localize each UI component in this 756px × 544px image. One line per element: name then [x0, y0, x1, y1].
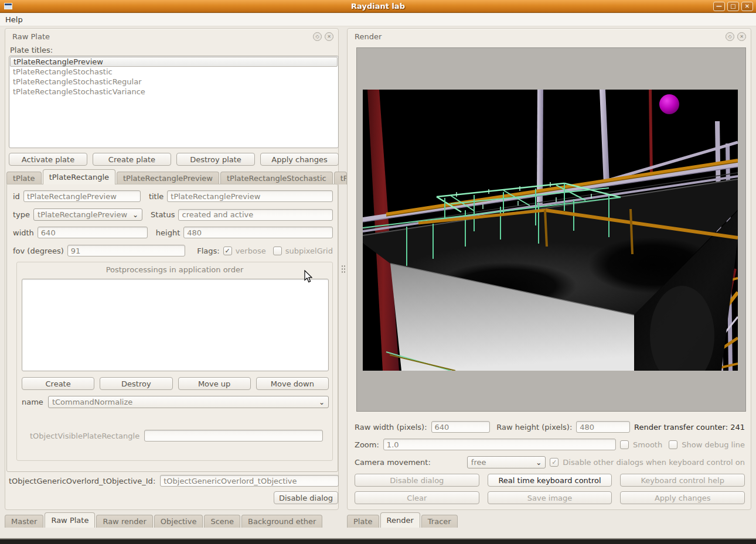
bottom-tab-tracer[interactable]: Tracer — [421, 515, 458, 528]
splitter-grip — [341, 265, 345, 274]
window-title: Raydiant lab — [0, 2, 756, 11]
width-label: width — [13, 228, 34, 237]
status-label: Status — [151, 210, 175, 219]
camera-movement-dropdown[interactable]: free ⌄ — [467, 456, 546, 468]
subpixelgrid-checkbox[interactable] — [273, 247, 282, 255]
show-debug-checkbox[interactable] — [669, 440, 677, 449]
bottom-tab-raw-plate[interactable]: Raw Plate — [45, 512, 95, 528]
type-dropdown[interactable]: tPlateRectanglePreview ⌄ — [33, 208, 142, 221]
chevron-down-icon: ⌄ — [536, 459, 542, 467]
list-item[interactable]: tPlateRectangleStochastic — [10, 67, 338, 77]
bottom-tab-raw-render[interactable]: Raw render — [96, 515, 152, 528]
visible-plate-field[interactable] — [144, 430, 323, 442]
title-label: title — [149, 192, 164, 201]
render-transfer-counter-label: Render transfer counter: 241 — [634, 423, 745, 432]
disable-dialog-button[interactable]: Disable dialog — [355, 474, 479, 487]
activate-plate-button[interactable]: Activate plate — [9, 153, 87, 166]
raw-width-field[interactable]: 640 — [431, 421, 491, 433]
list-item[interactable]: tPlateRectangleStochasticVariance — [10, 87, 338, 97]
apply-changes-button[interactable]: Apply changes — [620, 491, 745, 504]
tab-tplaterectanglestochastic[interactable]: tPlateRectangleStochastic — [220, 172, 333, 184]
zoom-label: Zoom: — [355, 440, 379, 449]
pp-moveup-button[interactable]: Move up — [178, 377, 251, 390]
title-field[interactable]: tPlateRectanglePreview — [167, 190, 333, 202]
tab-tplaterectangle[interactable]: tPlateRectangle — [43, 169, 115, 184]
window-bottom-border — [0, 539, 756, 544]
menu-help[interactable]: Help — [0, 15, 28, 24]
zoom-field[interactable]: 1.0 — [383, 439, 616, 450]
fov-field[interactable]: 91 — [67, 245, 185, 256]
render-viewport[interactable] — [356, 47, 746, 412]
overlord-id-field[interactable]: tObjectGenericOverlord_tObjective — [160, 475, 339, 487]
type-label: type — [13, 210, 30, 219]
bottom-tab-master[interactable]: Master — [5, 515, 43, 528]
list-item[interactable]: tPlateRectangleStochasticRegular — [10, 77, 338, 87]
bottom-tab-render[interactable]: Render — [380, 512, 420, 528]
panel-splitter[interactable] — [339, 28, 346, 510]
raw-width-label: Raw width (pixels): — [355, 423, 427, 432]
clear-button[interactable]: Clear — [355, 491, 479, 504]
subpixelgrid-label: subpixelGrid — [285, 247, 333, 255]
titlebar: Raydiant lab — □ ✕ — [0, 0, 756, 13]
height-field[interactable]: 480 — [183, 227, 333, 238]
pp-name-dropdown-value: tCommandNormalize — [52, 398, 132, 406]
raw-plate-panel-title: Raw Plate — [12, 32, 50, 41]
bottom-tab-plate[interactable]: Plate — [347, 515, 379, 528]
pp-name-dropdown[interactable]: tCommandNormalize ⌄ — [48, 396, 329, 408]
verbose-checkbox[interactable]: ✓ — [223, 247, 232, 255]
counter-value: 241 — [730, 423, 745, 432]
raw-height-field[interactable]: 480 — [576, 421, 630, 433]
fov-label: fov (degrees) — [13, 247, 64, 255]
disable-other-dialogs-checkbox[interactable]: ✓ — [550, 458, 559, 467]
postprocessings-groupbox: Postprocessings in application order Cre… — [16, 262, 333, 461]
disable-other-dialogs-label: Disable other dialogs when keyboard cont… — [563, 458, 745, 467]
status-field[interactable]: created and active — [178, 209, 333, 221]
save-image-button[interactable]: Save image — [488, 491, 612, 504]
bottom-tab-scene[interactable]: Scene — [204, 515, 240, 528]
chevron-down-icon: ⌄ — [319, 398, 325, 406]
render-panel-title: Render — [355, 32, 382, 41]
pp-movedown-button[interactable]: Move down — [256, 377, 329, 390]
tab-tplate[interactable]: tPlate — [6, 172, 42, 184]
mouse-cursor — [304, 270, 312, 283]
pp-destroy-button[interactable]: Destroy — [100, 377, 172, 390]
bottom-tab-background-ether[interactable]: Background ether — [241, 515, 322, 528]
bottom-tab-objective[interactable]: Objective — [154, 515, 203, 528]
postprocessings-list[interactable] — [22, 279, 329, 371]
camera-movement-label: Camera movement: — [355, 458, 431, 467]
raw-height-label: Raw height (pixels): — [496, 423, 572, 432]
counter-text: Render transfer counter: — [634, 423, 728, 432]
pp-create-button[interactable]: Create — [22, 377, 94, 390]
realtime-keyboard-control-button[interactable]: Real time keyboard control — [488, 474, 612, 487]
visible-plate-label: tObjectVisiblePlateRectangle — [30, 432, 139, 440]
height-label: height — [156, 228, 180, 237]
close-icon[interactable]: ✕ — [737, 32, 746, 41]
smooth-checkbox[interactable] — [620, 440, 629, 449]
type-dropdown-value: tPlateRectanglePreview — [38, 210, 127, 219]
render-panel: Render ◇ ✕ — [347, 28, 751, 510]
left-disable-dialog-button[interactable]: Disable dialog — [274, 491, 338, 504]
render-image — [363, 90, 738, 371]
plate-titles-label: Plate titles: — [10, 46, 53, 54]
close-icon[interactable]: ✕ — [325, 32, 333, 41]
pp-name-label: name — [22, 398, 43, 406]
smooth-label: Smooth — [633, 440, 662, 449]
detach-icon[interactable]: ◇ — [726, 32, 734, 41]
apply-changes-button[interactable]: Apply changes — [260, 153, 339, 166]
id-label: id — [13, 192, 20, 201]
keyboard-control-help-button[interactable]: Keyboard control help — [620, 474, 745, 487]
detach-icon[interactable]: ◇ — [313, 32, 322, 41]
camera-movement-value: free — [471, 458, 486, 467]
postprocessings-title: Postprocessings in application order — [17, 265, 332, 274]
left-bottom-tabbar: Master Raw Plate Raw render Objective Sc… — [5, 512, 323, 528]
destroy-plate-button[interactable]: Destroy plate — [176, 153, 255, 166]
plate-tab-panel: id tPlateRectanglePreview title tPlateRe… — [6, 184, 338, 472]
create-plate-button[interactable]: Create plate — [93, 153, 171, 166]
right-bottom-tabbar: Plate Render Tracer — [347, 512, 459, 528]
menubar: Help — [0, 13, 756, 26]
show-debug-label: Show debug line — [682, 440, 745, 449]
tab-tplaterectanglepreview[interactable]: tPlateRectanglePreview — [117, 172, 219, 184]
id-field[interactable]: tPlateRectanglePreview — [23, 190, 141, 202]
width-field[interactable]: 640 — [38, 227, 148, 238]
list-item[interactable]: tPlateRectanglePreview — [10, 57, 338, 67]
